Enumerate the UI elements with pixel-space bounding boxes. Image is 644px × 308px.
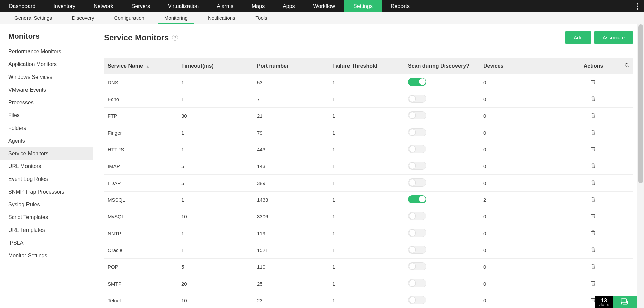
col-timeout[interactable]: Timeout(ms) — [181, 63, 257, 69]
cell-service-name[interactable]: Echo — [104, 96, 181, 102]
sidebar-item-url-monitors[interactable]: URL Monitors — [0, 160, 93, 173]
primary-nav-apps[interactable]: Apps — [274, 0, 304, 12]
cell-threshold: 1 — [332, 281, 408, 287]
primary-nav-settings[interactable]: Settings — [344, 0, 382, 12]
secondary-nav-notifications[interactable]: Notifications — [202, 12, 241, 24]
sidebar-item-url-templates[interactable]: URL Templates — [0, 224, 93, 237]
cell-service-name[interactable]: Oracle — [104, 247, 181, 253]
sidebar-item-folders[interactable]: Folders — [0, 122, 93, 135]
sidebar-item-ipsla[interactable]: IPSLA — [0, 237, 93, 249]
col-scan[interactable]: Scan during Discovery? — [408, 63, 483, 69]
secondary-nav-general-settings[interactable]: General Settings — [8, 12, 58, 24]
scan-toggle[interactable] — [408, 78, 426, 86]
scan-toggle[interactable] — [408, 178, 426, 187]
primary-nav-inventory[interactable]: Inventory — [44, 0, 85, 12]
cell-service-name[interactable]: POP — [104, 264, 181, 270]
cell-service-name[interactable]: Finger — [104, 130, 181, 136]
cell-scan — [408, 195, 483, 204]
delete-icon[interactable] — [590, 79, 596, 85]
scan-toggle[interactable] — [408, 229, 426, 237]
delete-icon[interactable] — [590, 96, 596, 102]
primary-nav-servers[interactable]: Servers — [122, 0, 159, 12]
primary-nav-dashboard[interactable]: Dashboard — [0, 0, 44, 12]
primary-nav-reports[interactable]: Reports — [382, 0, 419, 12]
sidebar-item-event-log-rules[interactable]: Event Log Rules — [0, 173, 93, 186]
sidebar-item-windows-services[interactable]: Windows Services — [0, 71, 93, 84]
cell-devices: 2 — [483, 197, 554, 203]
secondary-nav-discovery[interactable]: Discovery — [66, 12, 100, 24]
scan-toggle[interactable] — [408, 111, 426, 119]
alarm-widget[interactable]: 13 Alarms — [595, 296, 613, 308]
cell-service-name[interactable]: IMAP — [104, 163, 181, 169]
cell-port: 143 — [257, 163, 332, 169]
cell-service-name[interactable]: DNS — [104, 80, 181, 85]
cell-threshold: 1 — [332, 247, 408, 253]
sidebar-item-service-monitors[interactable]: Service Monitors — [0, 147, 93, 160]
search-icon[interactable] — [624, 63, 630, 69]
cell-service-name[interactable]: NNTP — [104, 230, 181, 236]
associate-button[interactable]: Associate — [594, 31, 633, 44]
sidebar-item-monitor-settings[interactable]: Monitor Settings — [0, 249, 93, 262]
scan-toggle[interactable] — [408, 212, 426, 220]
cell-service-name[interactable]: LDAP — [104, 180, 181, 186]
scan-toggle[interactable] — [408, 95, 426, 103]
col-port[interactable]: Port number — [257, 63, 332, 69]
sidebar-item-files[interactable]: Files — [0, 109, 93, 122]
delete-icon[interactable] — [590, 213, 596, 219]
kebab-menu-icon[interactable] — [631, 0, 644, 12]
col-devices[interactable]: Devices — [483, 63, 554, 69]
delete-icon[interactable] — [590, 112, 596, 118]
sidebar-item-performance-monitors[interactable]: Performance Monitors — [0, 45, 93, 58]
delete-icon[interactable] — [590, 163, 596, 169]
scan-toggle[interactable] — [408, 296, 426, 304]
delete-icon[interactable] — [590, 196, 596, 202]
scan-toggle[interactable] — [408, 195, 426, 203]
delete-icon[interactable] — [590, 179, 596, 186]
primary-nav-maps[interactable]: Maps — [243, 0, 274, 12]
sidebar-item-application-monitors[interactable]: Application Monitors — [0, 58, 93, 71]
delete-icon[interactable] — [590, 280, 596, 286]
primary-nav-workflow[interactable]: Workflow — [304, 0, 344, 12]
col-threshold[interactable]: Failure Threshold — [332, 63, 408, 69]
cell-devices: 0 — [483, 80, 554, 85]
cell-devices: 0 — [483, 281, 554, 287]
sidebar-item-vmware-events[interactable]: VMware Events — [0, 84, 93, 96]
cell-service-name[interactable]: SMTP — [104, 281, 181, 287]
primary-nav-network[interactable]: Network — [85, 0, 122, 12]
scan-toggle[interactable] — [408, 128, 426, 136]
help-icon[interactable]: ? — [172, 35, 178, 41]
scan-toggle[interactable] — [408, 246, 426, 254]
scan-toggle[interactable] — [408, 162, 426, 170]
cell-threshold: 1 — [332, 298, 408, 303]
delete-icon[interactable] — [590, 263, 596, 269]
secondary-nav-monitoring[interactable]: Monitoring — [158, 12, 194, 24]
sidebar-item-snmp-trap-processors[interactable]: SNMP Trap Processors — [0, 186, 93, 198]
scan-toggle[interactable] — [408, 262, 426, 270]
table-row: Oracle1152110 — [104, 242, 633, 258]
cell-service-name[interactable]: MySQL — [104, 214, 181, 219]
col-service-name[interactable]: Service Name ▲ — [104, 63, 181, 69]
page-scrollbar[interactable] — [637, 24, 644, 308]
scan-toggle[interactable] — [408, 279, 426, 287]
cell-timeout: 5 — [181, 264, 257, 270]
sidebar-item-processes[interactable]: Processes — [0, 96, 93, 109]
cell-service-name[interactable]: Telnet — [104, 298, 181, 303]
sidebar-item-script-templates[interactable]: Script Templates — [0, 211, 93, 224]
scan-toggle[interactable] — [408, 145, 426, 153]
primary-nav-alarms[interactable]: Alarms — [208, 0, 243, 12]
delete-icon[interactable] — [590, 230, 596, 236]
sidebar-item-agents[interactable]: Agents — [0, 135, 93, 147]
cell-port: 53 — [257, 80, 332, 85]
delete-icon[interactable] — [590, 247, 596, 253]
cell-service-name[interactable]: HTTPS — [104, 147, 181, 152]
add-button[interactable]: Add — [565, 31, 591, 44]
secondary-nav-tools[interactable]: Tools — [250, 12, 273, 24]
primary-nav-virtualization[interactable]: Virtualization — [159, 0, 208, 12]
sidebar-item-syslog-rules[interactable]: Syslog Rules — [0, 198, 93, 211]
delete-icon[interactable] — [590, 146, 596, 152]
cell-threshold: 1 — [332, 197, 408, 203]
cell-service-name[interactable]: FTP — [104, 113, 181, 119]
cell-service-name[interactable]: MSSQL — [104, 197, 181, 203]
delete-icon[interactable] — [590, 129, 596, 135]
secondary-nav-configuration[interactable]: Configuration — [108, 12, 150, 24]
